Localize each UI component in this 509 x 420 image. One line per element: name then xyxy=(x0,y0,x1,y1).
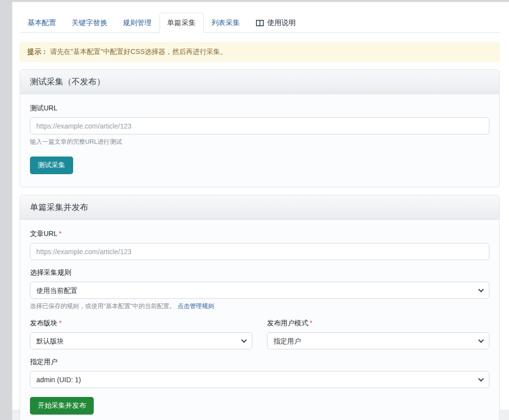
user-mode-select-label-text: 发布用户模式 xyxy=(267,319,308,327)
main-panel: 基本配置 关键字替换 规则管理 单篇采集 列表采集 使用说明 提示：请先在"基本… xyxy=(12,2,509,410)
manage-rules-link[interactable]: 点击管理规则 xyxy=(177,303,214,310)
tab-usage-guide[interactable]: 使用说明 xyxy=(248,13,304,33)
test-collect-card: 测试采集（不发布） 测试URL 输入一篇文章的完整URL进行测试 测试采集 xyxy=(20,69,500,187)
start-collect-publish-button[interactable]: 开始采集并发布 xyxy=(30,397,94,415)
user-select[interactable]: admin (UID: 1) xyxy=(30,371,489,388)
required-marker: * xyxy=(59,230,61,237)
user-select-label: 指定用户 xyxy=(30,358,489,367)
hint-alert-text: 请先在"基本配置"中配置好CSS选择器，然后再进行采集。 xyxy=(50,48,227,55)
user-mode-select[interactable]: 指定用户 xyxy=(267,332,489,349)
tab-single-collect[interactable]: 单篇采集 xyxy=(160,13,204,33)
forum-select-label-text: 发布版块 xyxy=(30,319,57,327)
hint-alert: 提示：请先在"基本配置"中配置好CSS选择器，然后再进行采集。 xyxy=(20,42,500,62)
rule-select[interactable]: 使用当前配置 xyxy=(30,282,489,299)
user-mode-select-label: 发布用户模式* xyxy=(267,319,489,328)
rule-select-help: 选择已保存的规则，或使用"基本配置"中的当前配置。点击管理规则 xyxy=(30,302,489,311)
article-url-label-text: 文章URL xyxy=(30,230,57,237)
hint-alert-prefix: 提示： xyxy=(27,48,48,55)
required-marker: * xyxy=(310,319,312,327)
tab-list-collect[interactable]: 列表采集 xyxy=(204,13,248,33)
test-collect-card-title: 测试采集（不发布） xyxy=(20,70,499,94)
tab-usage-guide-label: 使用说明 xyxy=(268,18,296,27)
required-marker: * xyxy=(59,319,61,327)
window-edge-left xyxy=(0,0,12,420)
publish-collect-card: 单篇采集并发布 文章URL* 选择采集规则 使用当前配置 xyxy=(20,195,500,420)
tab-bar: 基本配置 关键字替换 规则管理 单篇采集 列表采集 使用说明 xyxy=(20,13,500,33)
article-url-input[interactable] xyxy=(30,243,489,260)
tab-keyword-replace[interactable]: 关键字替换 xyxy=(64,13,115,33)
tab-basic-config[interactable]: 基本配置 xyxy=(20,13,64,33)
tab-rule-management[interactable]: 规则管理 xyxy=(115,13,160,33)
rule-select-help-text: 选择已保存的规则，或使用"基本配置"中的当前配置。 xyxy=(30,303,175,310)
test-url-label: 测试URL xyxy=(30,104,489,113)
test-url-help: 输入一篇文章的完整URL进行测试 xyxy=(30,138,489,146)
forum-select[interactable]: 默认版块 xyxy=(30,332,252,349)
forum-select-label: 发布版块* xyxy=(30,319,252,328)
test-collect-button[interactable]: 测试采集 xyxy=(30,157,73,174)
publish-collect-card-title: 单篇采集并发布 xyxy=(20,195,499,220)
rule-select-label: 选择采集规则 xyxy=(30,268,489,277)
test-url-input[interactable] xyxy=(30,117,489,134)
article-url-label: 文章URL* xyxy=(30,230,489,238)
book-icon xyxy=(256,20,264,26)
